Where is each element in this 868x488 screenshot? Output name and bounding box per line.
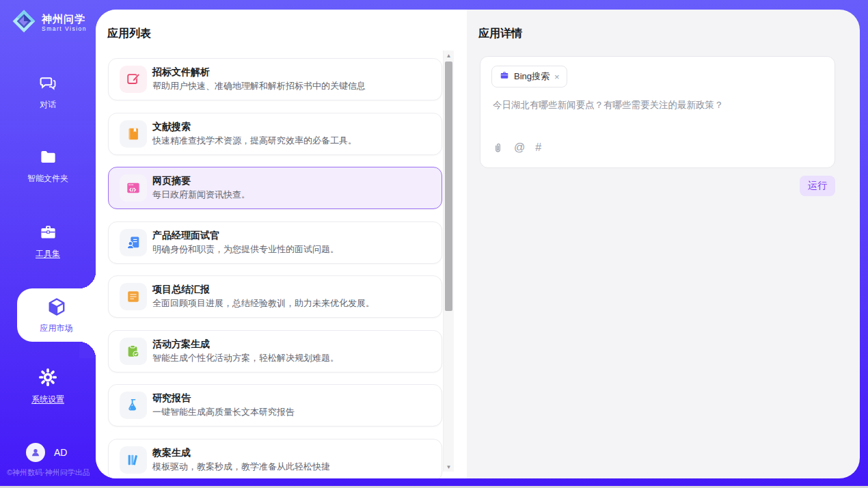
gear-icon: [38, 368, 57, 390]
app-window: 神州问学 Smart Vision 对话智能文件夹工具集应用市场系统设置 AD …: [0, 0, 868, 488]
brand-name: 神州问学: [42, 14, 87, 24]
scrollbar[interactable]: ▲ ▼: [443, 51, 454, 472]
scroll-down-icon[interactable]: ▼: [444, 462, 454, 472]
app-list-panel: 应用列表 招标文件解析 帮助用户快速、准确地理解和解析招标书中的关键信息 文献搜…: [96, 10, 467, 478]
app-item-title: 研究报告: [152, 392, 191, 405]
interviewer-icon: [120, 229, 147, 256]
webpage-icon: [120, 174, 147, 202]
folder-icon: [39, 148, 57, 169]
brand-subtitle: Smart Vision: [42, 26, 87, 32]
app-list-title: 应用列表: [107, 27, 151, 41]
prompt-card[interactable]: Bing搜索 × 今日湖北有哪些新闻要点？有哪些需要关注的最新政策？ @ #: [480, 56, 835, 168]
sidebar-item-应用市场[interactable]: 应用市场: [17, 288, 96, 342]
chat-icon: [39, 74, 57, 95]
app-item-title: 项目总结汇报: [152, 284, 210, 296]
book-icon: [120, 120, 147, 148]
books-icon: [120, 446, 147, 474]
brand-logo: 神州问学 Smart Vision: [11, 8, 87, 37]
user-name: AD: [54, 447, 67, 458]
app-item-title: 文献搜索: [152, 121, 191, 133]
close-icon[interactable]: ×: [554, 72, 560, 81]
app-list-item[interactable]: 网页摘要 每日政府新闻资讯快查。: [108, 167, 442, 209]
app-list-item[interactable]: 活动方案生成 智能生成个性化活动方案，轻松解决规划难题。: [108, 330, 442, 372]
app-item-title: 教案生成: [152, 447, 191, 459]
app-item-desc: 快速精准查找学术资源，提高研究效率的必备工具。: [152, 135, 357, 147]
app-detail-panel: 应用详情 Bing搜索 × 今日湖北有哪些新闻要点？有哪些需要关注的最新政策？: [467, 10, 860, 478]
sidebar-item-对话[interactable]: 对话: [0, 74, 96, 111]
app-item-title: 网页摘要: [152, 175, 191, 187]
active-tab-curve-top: [79, 272, 96, 288]
sidebar: 神州问学 Smart Vision 对话智能文件夹工具集应用市场系统设置 AD …: [0, 0, 96, 486]
active-tab-curve-bottom: [79, 342, 96, 358]
app-item-desc: 模板驱动，教案秒成，教学准备从此轻松快捷: [152, 461, 330, 473]
pen-square-icon: [120, 66, 147, 93]
diamond-logo-icon: [11, 8, 37, 37]
app-item-desc: 明确身份和职责，为您提供专业性的面试问题。: [152, 243, 339, 256]
app-list-item[interactable]: 招标文件解析 帮助用户快速、准确地理解和解析招标书中的关键信息: [108, 58, 442, 100]
app-detail-title: 应用详情: [478, 27, 522, 41]
app-item-desc: 智能生成个性化活动方案，轻松解决规划难题。: [152, 352, 339, 364]
tool-tag-label: Bing搜索: [514, 70, 550, 83]
app-list-item[interactable]: 教案生成 模板驱动，教案秒成，教学准备从此轻松快捷: [108, 439, 442, 479]
app-item-desc: 帮助用户快速、准确地理解和解析招标书中的关键信息: [152, 80, 366, 92]
sidebar-item-label: 应用市场: [40, 323, 73, 334]
app-list-item[interactable]: 文献搜索 快速精准查找学术资源，提高研究效率的必备工具。: [108, 113, 442, 155]
paperclip-icon[interactable]: [492, 142, 504, 154]
person-icon: [30, 447, 41, 458]
app-list-item[interactable]: 项目总结汇报 全面回顾项目进展，总结经验教训，助力未来优化发展。: [108, 275, 442, 318]
sidebar-item-label: 工具集: [36, 248, 60, 260]
query-text[interactable]: 今日湖北有哪些新闻要点？有哪些需要关注的最新政策？: [493, 99, 821, 111]
app-item-title: 产品经理面试官: [152, 230, 219, 242]
app-list-item[interactable]: 研究报告 一键智能生成高质量长文本研究报告: [108, 384, 442, 426]
user-row[interactable]: AD: [26, 443, 67, 462]
app-item-title: 活动方案生成: [152, 338, 210, 351]
app-list-item[interactable]: 产品经理面试官 明确身份和职责，为您提供专业性的面试问题。: [108, 221, 442, 264]
at-icon[interactable]: @: [514, 141, 525, 154]
app-item-desc: 一键智能生成高质量长文本研究报告: [152, 406, 295, 418]
clipboard-check-icon: [120, 338, 147, 365]
report-note-icon: [120, 283, 147, 310]
cube-icon: [46, 297, 67, 320]
sidebar-item-系统设置[interactable]: 系统设置: [0, 368, 96, 405]
scroll-up-icon[interactable]: ▲: [444, 51, 454, 60]
sidebar-item-智能文件夹[interactable]: 智能文件夹: [0, 148, 96, 185]
avatar[interactable]: [26, 443, 45, 462]
copyright-text: ©神州数码·神州问学出品: [7, 467, 90, 478]
app-item-desc: 每日政府新闻资讯快查。: [152, 189, 250, 201]
run-button[interactable]: 运行: [800, 176, 835, 196]
app-item-title: 招标文件解析: [152, 66, 210, 79]
content-area: 应用列表 招标文件解析 帮助用户快速、准确地理解和解析招标书中的关键信息 文献搜…: [96, 10, 860, 478]
app-item-desc: 全面回顾项目进展，总结经验教训，助力未来优化发展。: [152, 297, 375, 310]
toolbox-icon: [39, 223, 57, 244]
input-toolbar: @ #: [492, 141, 541, 154]
hash-icon[interactable]: #: [535, 141, 541, 154]
sidebar-item-label: 系统设置: [31, 394, 64, 405]
sidebar-item-label: 智能文件夹: [27, 173, 68, 185]
scrollbar-thumb[interactable]: [445, 62, 452, 311]
briefcase-icon: [500, 70, 509, 83]
research-icon: [120, 392, 147, 419]
tool-tag-bing-search[interactable]: Bing搜索 ×: [491, 66, 567, 87]
sidebar-item-工具集[interactable]: 工具集: [0, 223, 96, 260]
sidebar-item-label: 对话: [40, 99, 56, 111]
